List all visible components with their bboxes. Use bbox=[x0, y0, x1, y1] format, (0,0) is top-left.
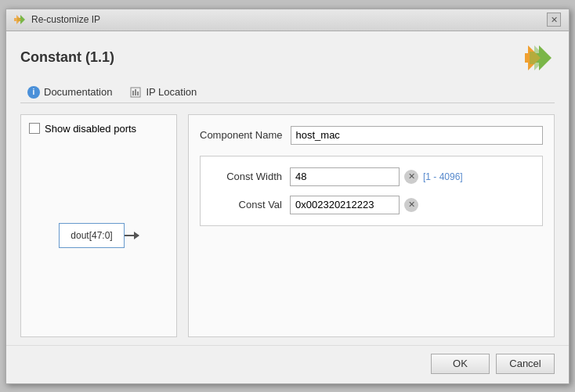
const-width-clear-button[interactable]: ✕ bbox=[404, 170, 418, 184]
svg-marker-1 bbox=[14, 15, 21, 24]
component-name-row: Component Name bbox=[200, 126, 543, 145]
svg-rect-8 bbox=[137, 92, 139, 95]
tab-ip-location-label: IP Location bbox=[146, 86, 197, 98]
port-container: dout[47:0] bbox=[59, 223, 138, 248]
close-button[interactable]: ✕ bbox=[547, 13, 561, 27]
const-width-input-wrap: ✕ [1 - 4096] bbox=[290, 167, 463, 186]
tabs-row: i Documentation IP Location bbox=[20, 81, 555, 103]
right-panel: Component Name Const Width ✕ [1 - 4096] bbox=[188, 114, 555, 337]
tab-documentation-label: Documentation bbox=[44, 86, 112, 98]
ok-button[interactable]: OK bbox=[431, 354, 490, 374]
show-disabled-checkbox[interactable] bbox=[29, 123, 40, 134]
const-width-row: Const Width ✕ [1 - 4096] bbox=[212, 167, 531, 186]
tab-documentation[interactable]: i Documentation bbox=[20, 81, 122, 103]
close-icon: ✕ bbox=[551, 15, 558, 25]
window-title: Re-customize IP bbox=[31, 14, 100, 25]
vivado-logo bbox=[523, 42, 555, 74]
port-label: dout[47:0] bbox=[71, 230, 112, 241]
main-area: Show disabled ports dout[47:0] Component… bbox=[20, 114, 555, 337]
port-box: dout[47:0] bbox=[59, 223, 124, 248]
port-diagram: dout[47:0] bbox=[29, 142, 168, 329]
svg-rect-7 bbox=[135, 89, 136, 95]
const-val-input[interactable] bbox=[290, 196, 400, 214]
params-area: Const Width ✕ [1 - 4096] Const Val ✕ bbox=[200, 156, 543, 226]
left-panel: Show disabled ports dout[47:0] bbox=[20, 114, 177, 337]
const-val-clear-button[interactable]: ✕ bbox=[404, 198, 418, 212]
header-row: Constant (1.1) bbox=[20, 42, 555, 74]
const-val-input-wrap: ✕ bbox=[290, 196, 418, 214]
window-icon bbox=[14, 13, 27, 26]
main-window: Re-customize IP ✕ Constant (1.1) i Docum… bbox=[5, 9, 570, 384]
content-area: Constant (1.1) i Documentation bbox=[6, 31, 569, 345]
const-val-row: Const Val ✕ bbox=[212, 196, 531, 214]
const-width-label: Const Width bbox=[212, 171, 282, 182]
svg-marker-4 bbox=[530, 45, 547, 70]
port-arrow bbox=[125, 235, 139, 236]
tab-ip-location[interactable]: IP Location bbox=[122, 81, 207, 103]
info-icon: i bbox=[27, 86, 40, 99]
location-icon bbox=[129, 86, 142, 99]
component-name-label: Component Name bbox=[200, 129, 283, 141]
const-width-input[interactable] bbox=[290, 167, 400, 186]
cancel-button[interactable]: Cancel bbox=[496, 354, 555, 374]
component-name-input[interactable] bbox=[291, 126, 544, 145]
const-val-label: Const Val bbox=[212, 199, 282, 210]
title-bar: Re-customize IP ✕ bbox=[6, 9, 569, 31]
const-width-range-hint: [1 - 4096] bbox=[423, 171, 463, 182]
title-bar-left: Re-customize IP bbox=[14, 13, 100, 26]
show-disabled-row: Show disabled ports bbox=[29, 123, 168, 135]
show-disabled-label: Show disabled ports bbox=[45, 123, 136, 135]
component-title: Constant (1.1) bbox=[20, 49, 114, 66]
svg-rect-6 bbox=[132, 91, 134, 95]
footer: OK Cancel bbox=[6, 345, 569, 383]
